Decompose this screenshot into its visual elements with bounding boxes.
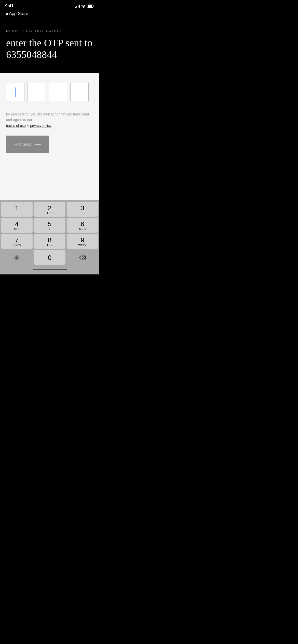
key-1-number: 1: [15, 205, 19, 211]
key-mic[interactable]: [1, 250, 33, 265]
otp-cursor: [15, 87, 16, 97]
section-label: MEMBERSHIP APPLICATION: [6, 30, 93, 33]
home-bar: [33, 269, 67, 270]
status-icons: [75, 5, 94, 8]
mic-icon: [14, 255, 19, 260]
key-8-letters: TUV: [47, 244, 53, 247]
key-9[interactable]: 9 WXYZ: [67, 234, 98, 249]
key-2[interactable]: 2 ABC: [34, 202, 65, 217]
terms-separator: &: [27, 124, 30, 128]
numeric-keyboard: 1 2 ABC 3 DEF 4 GHI 5 JKL 6 MNO 7 PQRS: [0, 200, 99, 267]
otp-input-group[interactable]: [6, 83, 93, 101]
svg-point-0: [83, 7, 84, 8]
back-chevron-icon: ◀: [5, 12, 8, 16]
terms-of-use-link[interactable]: terms of use: [6, 124, 26, 128]
key-9-letters: WXYZ: [78, 244, 87, 247]
keyboard-row-1: 1 2 ABC 3 DEF: [1, 202, 98, 217]
keyboard-row-2: 4 GHI 5 JKL 6 MNO: [1, 218, 98, 233]
otp-box-1[interactable]: [6, 83, 24, 101]
home-indicator-area: [0, 267, 99, 274]
wifi-icon: [81, 5, 86, 8]
proceed-button[interactable]: Proceed ⟶: [6, 136, 49, 153]
key-8[interactable]: 8 TUV: [34, 234, 65, 249]
key-2-letters: ABC: [47, 212, 53, 215]
key-5-number: 5: [48, 221, 51, 227]
keyboard-row-4: 0 ⌫: [1, 250, 98, 265]
battery-icon: [87, 5, 94, 8]
delete-icon: ⌫: [79, 255, 86, 261]
key-5-letters: JKL: [47, 228, 52, 231]
proceed-arrow-icon: ⟶: [34, 142, 41, 147]
key-6[interactable]: 6 MNO: [67, 218, 98, 233]
otp-box-2[interactable]: [28, 83, 46, 101]
signal-icon: [75, 5, 80, 8]
key-0-number: 0: [48, 254, 51, 261]
otp-box-4[interactable]: [70, 83, 89, 101]
key-1[interactable]: 1: [1, 202, 33, 217]
hero-title: enter the OTP sent to 6355048844: [6, 37, 93, 61]
key-4[interactable]: 4 GHI: [1, 218, 33, 233]
keyboard-row-3: 7 PQRS 8 TUV 9 WXYZ: [1, 234, 98, 249]
status-time: 9:41: [5, 4, 13, 9]
otp-box-3[interactable]: [49, 83, 67, 101]
key-7[interactable]: 7 PQRS: [1, 234, 33, 249]
key-4-number: 4: [15, 221, 19, 227]
key-3-letters: DEF: [80, 212, 86, 215]
privacy-policy-link[interactable]: privacy policy: [30, 124, 51, 128]
key-9-number: 9: [81, 237, 84, 243]
nav-bar: ◀ App Store: [0, 10, 99, 19]
hero-section: MEMBERSHIP APPLICATION enter the OTP sen…: [0, 19, 99, 73]
terms-text: by proceeding, you are indicating that y…: [6, 111, 93, 128]
key-7-letters: PQRS: [13, 244, 21, 247]
terms-prefix: by proceeding, you are indicating that y…: [6, 112, 89, 122]
key-6-number: 6: [81, 221, 84, 227]
key-7-number: 7: [15, 237, 19, 243]
key-8-number: 8: [48, 237, 51, 243]
proceed-label: Proceed: [14, 142, 31, 147]
content-area: by proceeding, you are indicating that y…: [0, 73, 99, 200]
back-label: App Store: [9, 11, 28, 16]
back-button[interactable]: ◀ App Store: [5, 11, 94, 16]
status-bar: 9:41: [0, 0, 99, 10]
key-4-letters: GHI: [14, 228, 20, 231]
key-3-number: 3: [81, 205, 84, 211]
key-6-letters: MNO: [79, 228, 86, 231]
key-2-number: 2: [48, 205, 51, 211]
key-3[interactable]: 3 DEF: [67, 202, 98, 217]
key-delete[interactable]: ⌫: [67, 250, 98, 265]
svg-rect-1: [16, 256, 17, 258]
key-5[interactable]: 5 JKL: [34, 218, 65, 233]
key-0[interactable]: 0: [34, 250, 65, 265]
